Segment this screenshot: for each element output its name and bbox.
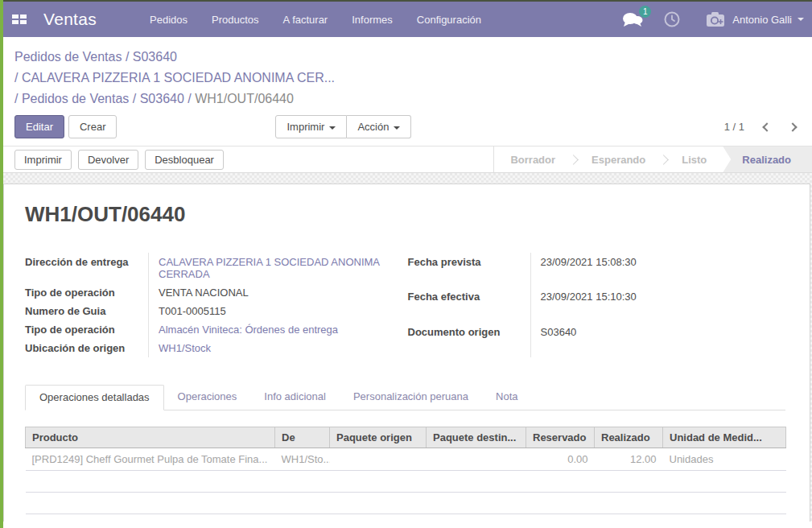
field-label: Fecha prevista xyxy=(408,253,530,287)
pager-previous-icon[interactable] xyxy=(762,122,771,131)
field-numero-guia: Numero de Guia T001-0005115 xyxy=(25,302,387,320)
print-action-group: Imprimir Acción xyxy=(275,115,411,138)
cell-producto[interactable]: [PRD1249] Cheff Gourmet Pulpa de Tomate … xyxy=(26,448,275,471)
menu-informes[interactable]: Informes xyxy=(352,14,393,26)
field-label: Tipo de operación xyxy=(25,283,148,302)
breadcrumb-line-3-links[interactable]: / Pedidos de Ventas / S03640 / xyxy=(14,92,192,105)
field-value-operation-type-link[interactable]: Almacén Viniteca: Órdenes de entrega xyxy=(148,320,387,339)
top-menu: Pedidos Productos A facturar Informes Co… xyxy=(150,14,481,26)
status-step-listo[interactable]: Listo xyxy=(666,146,723,172)
tab-personalizacion-peruana[interactable]: Personalización peruana xyxy=(340,385,482,410)
action-dropdown-button[interactable]: Acción xyxy=(347,115,411,138)
col-unidad-medida[interactable]: Unidad de Medid... xyxy=(663,427,786,448)
statusbar: Imprimir Devolver Desbloquear Borrador E… xyxy=(3,146,812,173)
form-sheet: WH1/OUT/06440 Dirección de entrega CALAV… xyxy=(3,184,810,522)
field-group-right: Fecha prevista 23/09/2021 15:08:30 Fecha… xyxy=(408,253,785,357)
print-dropdown-button[interactable]: Imprimir xyxy=(275,115,347,138)
user-menu-caret-icon[interactable] xyxy=(798,18,804,21)
table-row[interactable]: [PRD1249] Cheff Gourmet Pulpa de Tomate … xyxy=(26,448,786,471)
menu-configuracion[interactable]: Configuración xyxy=(417,14,481,26)
cell-reservado[interactable]: 0.00 xyxy=(526,448,595,471)
record-title: WH1/OUT/06440 xyxy=(25,202,785,227)
pager-value: 1 / 1 xyxy=(724,121,744,133)
return-button[interactable]: Devolver xyxy=(78,150,138,170)
pager: 1 / 1 xyxy=(724,121,801,133)
pager-next-icon[interactable] xyxy=(788,122,797,131)
field-ubicacion-origen: Ubicación de origen WH1/Stock xyxy=(25,339,387,357)
col-paquete-origen[interactable]: Paquete origen xyxy=(330,427,427,448)
field-value-location-link[interactable]: WH1/Stock xyxy=(148,339,387,357)
app-window: Ventas Pedidos Productos A facturar Info… xyxy=(0,0,812,528)
field-value: S03640 xyxy=(530,323,785,357)
field-direccion-entrega: Dirección de entrega CALAVERA PIZZERIA 1… xyxy=(25,253,387,283)
tab-info-adicional[interactable]: Info adicional xyxy=(250,385,340,410)
col-reservado[interactable]: Reservado xyxy=(526,427,595,448)
user-avatar-camera-icon[interactable] xyxy=(706,11,726,27)
col-de[interactable]: De xyxy=(275,427,330,448)
cell-paquete-destino[interactable] xyxy=(427,448,526,471)
col-producto[interactable]: Producto xyxy=(26,427,275,448)
tab-nota[interactable]: Nota xyxy=(482,385,531,410)
activities-clock-icon[interactable] xyxy=(664,11,680,27)
menu-productos[interactable]: Productos xyxy=(212,14,259,26)
app-title[interactable]: Ventas xyxy=(43,10,97,29)
field-group-left: Dirección de entrega CALAVERA PIZZERIA 1… xyxy=(25,253,387,357)
status-step-realizado-active[interactable]: Realizado xyxy=(723,146,812,172)
field-value-partner-link[interactable]: CALAVERA PIZZERIA 1 SOCIEDAD ANONIMA CER… xyxy=(148,253,387,283)
operations-table: Producto De Paquete origen Paquete desti… xyxy=(25,427,786,514)
control-panel: Editar Crear Imprimir Acción 1 / 1 xyxy=(3,109,812,146)
table-filler-row xyxy=(26,471,786,493)
print-guide-button[interactable]: Imprimir xyxy=(14,150,72,170)
col-paquete-destino[interactable]: Paquete destin... xyxy=(427,427,526,448)
field-value: 23/09/2021 15:08:30 xyxy=(530,253,785,287)
field-fecha-prevista: Fecha prevista 23/09/2021 15:08:30 xyxy=(408,253,785,287)
window-top-edge xyxy=(0,0,812,2)
tab-operaciones[interactable]: Operaciones xyxy=(164,385,251,410)
topbar-right: 1 Antonio Ga xyxy=(622,11,804,27)
field-label: Numero de Guia xyxy=(25,302,148,320)
field-documento-origen: Documento origen S03640 xyxy=(408,323,785,357)
field-groups: Dirección de entrega CALAVERA PIZZERIA 1… xyxy=(25,253,785,357)
field-label: Tipo de operación xyxy=(25,320,148,339)
status-step-esperando[interactable]: Esperando xyxy=(575,146,662,172)
breadcrumb-line-2[interactable]: / CALAVERA PIZZERIA 1 SOCIEDAD ANONIMA C… xyxy=(14,71,335,85)
unlock-button[interactable]: Desbloquear xyxy=(145,150,224,170)
breadcrumb-current: WH1/OUT/06440 xyxy=(195,92,294,105)
breadcrumb: Pedidos de Ventas / S03640 / CALAVERA PI… xyxy=(3,37,812,109)
field-label: Fecha efectiva xyxy=(408,287,530,322)
field-label: Documento origen xyxy=(408,323,530,357)
menu-a-facturar[interactable]: A facturar xyxy=(283,14,328,26)
messages-badge: 1 xyxy=(639,6,651,18)
cell-paquete-origen[interactable] xyxy=(330,448,427,471)
top-navbar: Ventas Pedidos Productos A facturar Info… xyxy=(3,2,812,37)
statusbar-buttons: Imprimir Devolver Desbloquear xyxy=(3,146,224,172)
user-menu[interactable]: Antonio Galli xyxy=(732,14,792,26)
field-value: VENTA NACIONAL xyxy=(148,283,387,302)
col-realizado[interactable]: Realizado xyxy=(595,427,663,448)
cell-de[interactable]: WH1/Sto... xyxy=(275,448,330,471)
cell-unidad[interactable]: Unidades xyxy=(663,448,786,471)
action-caret-icon xyxy=(394,126,400,130)
field-value: 23/09/2021 15:10:30 xyxy=(530,287,785,322)
field-label: Dirección de entrega xyxy=(25,253,148,283)
menu-pedidos[interactable]: Pedidos xyxy=(150,14,188,26)
field-tipo-operacion-almacen: Tipo de operación Almacén Viniteca: Órde… xyxy=(25,320,387,339)
table-filler-row xyxy=(26,493,786,514)
field-fecha-efectiva: Fecha efectiva 23/09/2021 15:10:30 xyxy=(408,287,785,322)
table-header-row: Producto De Paquete origen Paquete desti… xyxy=(26,427,786,448)
apps-grid-icon[interactable] xyxy=(12,14,27,24)
sheet-background: WH1/OUT/06440 Dirección de entrega CALAV… xyxy=(3,173,812,522)
edit-button[interactable]: Editar xyxy=(14,115,64,138)
create-button[interactable]: Crear xyxy=(68,115,117,138)
field-label: Ubicación de origen xyxy=(25,339,148,357)
status-step-borrador[interactable]: Borrador xyxy=(494,146,571,172)
recording-border xyxy=(0,0,3,528)
field-tipo-operacion: Tipo de operación VENTA NACIONAL xyxy=(25,283,387,302)
breadcrumb-line-1[interactable]: Pedidos de Ventas / S03640 xyxy=(14,50,177,64)
tab-operaciones-detalladas[interactable]: Operaciones detalladas xyxy=(25,385,164,410)
cell-realizado[interactable]: 12.00 xyxy=(595,448,663,471)
messages-icon[interactable]: 1 xyxy=(622,11,643,27)
notebook-tabs: Operaciones detalladas Operaciones Info … xyxy=(25,385,785,410)
print-caret-icon xyxy=(329,126,336,130)
field-value: T001-0005115 xyxy=(148,302,387,320)
